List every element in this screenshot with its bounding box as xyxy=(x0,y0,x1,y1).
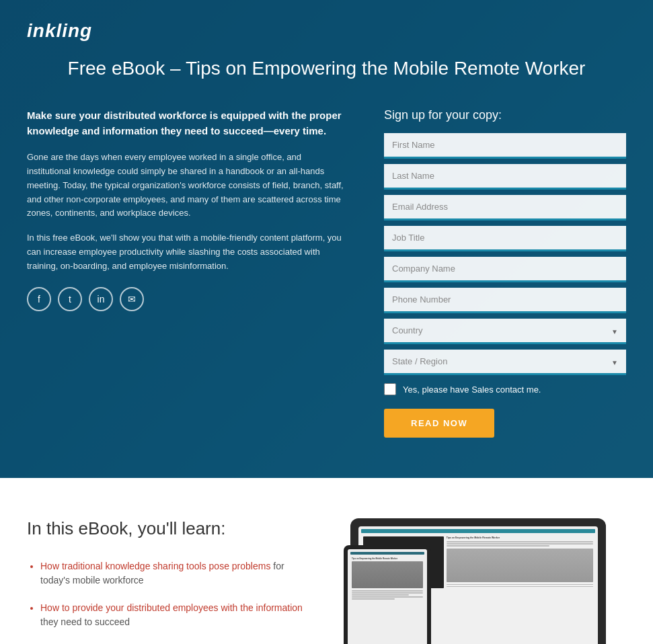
hero-title: Free eBook – Tips on Empowering the Mobi… xyxy=(27,55,626,81)
bullet-list: How traditional knowledge sharing tools … xyxy=(27,559,303,644)
company-name-input[interactable] xyxy=(384,257,626,282)
twitter-icon[interactable]: t xyxy=(58,287,82,311)
phone-group xyxy=(384,288,626,313)
lower-title: In this eBook, you'll learn: xyxy=(27,518,303,539)
state-select[interactable]: State / Region California New York Texas xyxy=(384,350,626,375)
hero-form-container: Sign up for your copy: Countr xyxy=(384,108,626,438)
company-name-group xyxy=(384,257,626,282)
list-item: How traditional knowledge sharing tools … xyxy=(40,559,303,588)
country-group: Country United States United Kingdom Can… xyxy=(384,319,626,344)
job-title-input[interactable] xyxy=(384,226,626,251)
social-icons: f t in ✉ xyxy=(27,287,344,311)
last-name-group xyxy=(384,164,626,190)
hero-left: Make sure your distributed workforce is … xyxy=(27,108,344,311)
sales-contact-checkbox[interactable] xyxy=(384,383,396,395)
country-select[interactable]: Country United States United Kingdom Can… xyxy=(384,319,626,344)
logo-text: inkling xyxy=(27,20,92,41)
laptop-mockup: Tips on Empowering the Mobile Remote Wor… xyxy=(350,518,619,644)
state-group: State / Region California New York Texas xyxy=(384,350,626,375)
phone-input[interactable] xyxy=(384,288,626,313)
last-name-input[interactable] xyxy=(384,164,626,190)
facebook-icon[interactable]: f xyxy=(27,287,51,311)
logo: inkling xyxy=(27,20,626,42)
linkedin-icon[interactable]: in xyxy=(89,287,113,311)
bullet-colored-text: How traditional knowledge sharing tools … xyxy=(40,561,270,571)
email-input[interactable] xyxy=(384,195,626,220)
first-name-group xyxy=(384,133,626,159)
checkbox-row: Yes, please have Sales contact me. xyxy=(384,383,626,395)
lower-left: In this eBook, you'll learn: How traditi… xyxy=(27,518,303,644)
bullet-colored-text: How to provide your distributed employee… xyxy=(40,602,303,613)
read-now-button[interactable]: READ NOW xyxy=(384,409,494,438)
hero-para2: In this free eBook, we'll show you that … xyxy=(27,231,344,273)
bullet-plain-text: they need to succeed xyxy=(40,616,130,627)
tablet-mockup: Tips on Empowering the Mobile Remote Wor… xyxy=(344,545,431,644)
form-title: Sign up for your copy: xyxy=(384,108,626,122)
hero-bold-intro: Make sure your distributed workforce is … xyxy=(27,108,344,138)
lower-section: In this eBook, you'll learn: How traditi… xyxy=(0,478,653,644)
first-name-input[interactable] xyxy=(384,133,626,159)
checkbox-label[interactable]: Yes, please have Sales contact me. xyxy=(403,385,541,395)
job-title-group xyxy=(384,226,626,251)
hero-para1: Gone are the days when every employee wo… xyxy=(27,151,344,220)
hero-content: Make sure your distributed workforce is … xyxy=(27,108,626,438)
hero-section: inkling Free eBook – Tips on Empowering … xyxy=(0,0,653,478)
list-item: How to provide your distributed employee… xyxy=(40,601,303,629)
email-group xyxy=(384,195,626,220)
email-icon[interactable]: ✉ xyxy=(120,287,144,311)
ebook-devices: Tips on Empowering the Mobile Remote Wor… xyxy=(344,518,626,644)
tablet-screen: Tips on Empowering the Mobile Remote Wor… xyxy=(348,549,427,644)
